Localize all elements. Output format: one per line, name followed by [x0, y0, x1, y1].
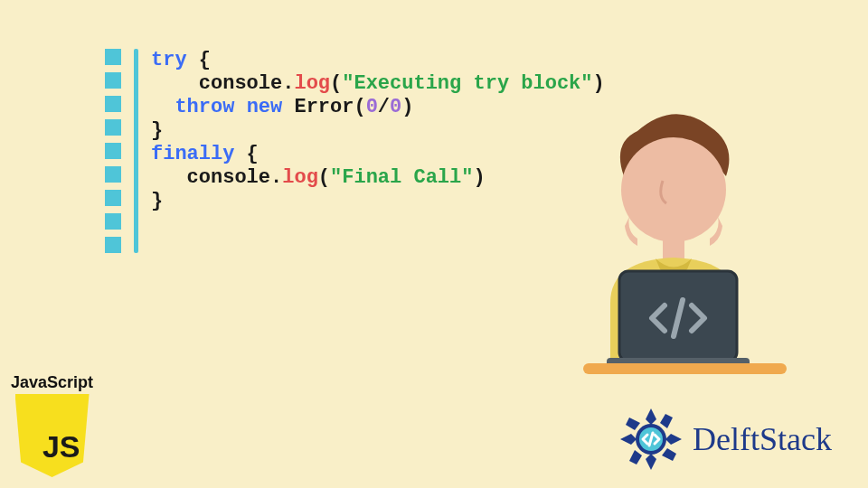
- gutter-square: [105, 119, 121, 136]
- gutter-square: [105, 49, 121, 65]
- gutter-square: [105, 143, 121, 159]
- gutter-squares: [105, 49, 121, 253]
- delftstack-text: DelftStack: [693, 420, 832, 458]
- desk: [583, 363, 787, 374]
- gutter-square: [105, 166, 121, 183]
- javascript-logo: JavaScript JS: [11, 373, 93, 477]
- js-logo-label: JavaScript: [11, 373, 93, 392]
- delftstack-emblem-icon: [618, 407, 684, 472]
- person-laptop-illustration: [529, 90, 818, 380]
- gutter-square: [105, 190, 121, 206]
- face-icon: [621, 137, 726, 242]
- gutter-square: [105, 96, 121, 112]
- js-initials: JS: [42, 429, 80, 465]
- gutter-square: [105, 237, 121, 253]
- gutter-bar: [134, 49, 138, 253]
- js-shield-icon: JS: [15, 394, 90, 477]
- gutter-square: [105, 72, 121, 89]
- delftstack-logo: DelftStack: [618, 407, 832, 472]
- gutter-square: [105, 213, 121, 230]
